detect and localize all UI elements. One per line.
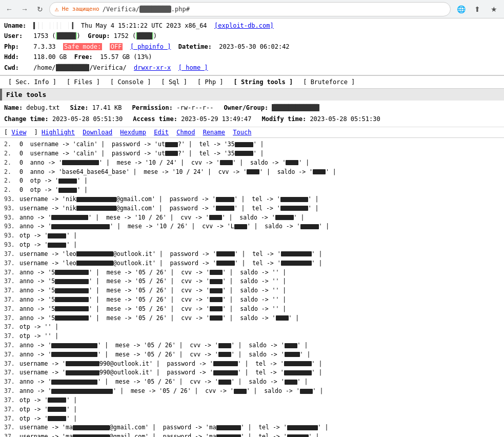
table-row: 37.anno -> '5' | mese -> '05 / 26' | cvv… xyxy=(4,268,500,277)
table-row: 2.0 anno -> '' | mese -> '10 / 24' | cvv… xyxy=(4,158,500,168)
table-row: 2.0 username -> 'calin' | password -> 'u… xyxy=(4,149,500,158)
section-title: File tools xyxy=(6,91,46,98)
table-row: 37.otp -> '' | xyxy=(4,396,500,405)
exploit-link[interactable]: [exploit-db.com] xyxy=(214,22,274,29)
code-display: 2.0 username -> 'calin' | password -> 'u… xyxy=(0,138,504,437)
action-bar: [ View ] Highlight Download Hexdump Edit… xyxy=(0,127,504,138)
table-row: 37.username -> 'ma@gmail.com' | password… xyxy=(4,423,500,432)
back-button[interactable]: ← xyxy=(3,3,15,15)
safe-mode-label: Safe mode: xyxy=(63,43,102,50)
hdd-value: 118.00 GB Free: 15.57 GB (13%) xyxy=(30,52,152,62)
nav-string-tools[interactable]: [ String tools ] xyxy=(229,77,298,87)
safe-mode-value: OFF xyxy=(110,43,123,50)
security-warning-icon: ⚠ xyxy=(55,5,59,13)
table-row: 37.otp -> '' | xyxy=(4,323,500,332)
nav-sec-info[interactable]: [ Sec. Info ] xyxy=(3,77,62,87)
download-link[interactable]: Download xyxy=(83,129,112,136)
table-row: 93.otp -> '' | xyxy=(4,231,500,241)
table-row: 37.username -> 'leo@outlook.it' | passwo… xyxy=(4,259,500,268)
table-row: 37.anno -> '' | mese -> '05 / 26' | cvv … xyxy=(4,341,500,350)
table-row: 93.anno -> '' | mese -> '10 / 26' | cvv … xyxy=(4,222,500,231)
chmod-link[interactable]: Chmod xyxy=(176,129,195,136)
view-link[interactable]: View xyxy=(11,129,26,136)
table-row: 37.username -> 'ma@gmail.com' | password… xyxy=(4,432,500,437)
table-row: 2.0 username -> 'calin' | password -> 'u… xyxy=(4,140,500,149)
table-row: 37.otp -> '' | xyxy=(4,332,500,341)
table-row: 2.0 otp -> '' | xyxy=(4,186,500,195)
browser-toolbar: ← → ↻ ⚠ Не защищено /Verifica/████████.p… xyxy=(0,0,504,18)
share-button[interactable]: ⬆ xyxy=(470,2,485,16)
home-link[interactable]: [ home ] xyxy=(178,64,208,71)
user-highlight: ████ xyxy=(56,32,77,39)
nav-console[interactable]: [ Console ] xyxy=(105,77,156,87)
table-row: 37.anno -> '5' | mese -> '05 / 26' | cvv… xyxy=(4,305,500,314)
nav-sql[interactable]: [ Sql ] xyxy=(156,77,192,87)
table-row: 37.otp -> '' | xyxy=(4,405,500,414)
table-row: 93.username -> 'nik@gmail.com' | passwor… xyxy=(4,195,500,204)
phpinfo-link[interactable]: [ phpinfo ] xyxy=(130,43,171,50)
user-value: 1753 (████) Group: 1752 (███) xyxy=(30,31,157,41)
uname-value: ██████████ Thu May 4 15:21:22 UTC 2023 x… xyxy=(30,21,274,31)
table-row: 37.otp -> '' | xyxy=(4,414,500,424)
table-row: 37.anno -> '5' | mese -> '05 / 26' | cvv… xyxy=(4,277,500,286)
bracket-open: [ xyxy=(4,129,11,136)
user-label: User: xyxy=(4,31,30,41)
uname-label: Uname: xyxy=(4,21,30,31)
touch-link[interactable]: Touch xyxy=(233,129,251,136)
section-header: File tools xyxy=(0,89,504,101)
table-row: 93.anno -> '' | mese -> '10 / 26' | cvv … xyxy=(4,213,500,223)
size-info: Size: 17.41 KB xyxy=(70,103,122,114)
php-value: 7.3.33 Safe mode: OFF [ phpinfo ] Dateti… xyxy=(30,42,290,52)
drwx-link[interactable]: drwxr-xr-x xyxy=(134,64,171,71)
nav-php[interactable]: [ Php ] xyxy=(192,77,229,87)
table-row: 37.anno -> '' | mese -> '05 / 26' | cvv … xyxy=(4,387,500,396)
rename-link[interactable]: Rename xyxy=(203,129,225,136)
table-row: 37.username -> '990@outlook.it' | passwo… xyxy=(4,360,500,369)
system-info: Uname: ██████████ Thu May 4 15:21:22 UTC… xyxy=(0,18,504,75)
security-warning-text: Не защищено xyxy=(62,6,99,12)
forward-button[interactable]: → xyxy=(18,3,31,15)
group-highlight: ███ xyxy=(136,32,153,39)
table-row: 2.0 anno -> 'base64_base64_base' | mese … xyxy=(4,168,500,177)
php-label: Php: xyxy=(4,42,30,52)
table-row: 37.username -> 'leo@outlook.it' | passwo… xyxy=(4,250,500,259)
modify-time: Modify time: 2023-05-28 05:51:30 xyxy=(261,114,380,125)
table-row: 37.anno -> '' | mese -> '05 / 26' | cvv … xyxy=(4,378,500,387)
table-row: 2.0 otp -> '' | xyxy=(4,176,500,186)
table-row: 93.otp -> '' | xyxy=(4,241,500,250)
table-row: 93.username -> 'nik@gmail.com' | passwor… xyxy=(4,204,500,213)
change-time: Change time: 2023-05-28 05:51:30 xyxy=(4,114,123,125)
file-info-panel: Name: debug.txt Size: 17.41 KB Permissio… xyxy=(0,101,504,127)
table-row: 37.anno -> '5' | mese -> '05 / 26' | cvv… xyxy=(4,286,500,295)
url-display: /Verifica/████████.php# xyxy=(103,6,445,13)
table-row: 37.username -> '990@outlook.it' | passwo… xyxy=(4,368,500,378)
sep1: ] xyxy=(34,129,42,136)
reload-button[interactable]: ↻ xyxy=(34,3,46,15)
nav-files[interactable]: [ Files ] xyxy=(62,77,105,87)
cwd-label: Cwd: xyxy=(4,63,30,73)
address-bar[interactable]: ⚠ Не защищено /Verifica/████████.php# xyxy=(49,2,451,16)
highlight-link[interactable]: Highlight xyxy=(42,129,75,136)
name-label: Name: debug.txt xyxy=(4,103,59,114)
table-row: 37.anno -> '5' | mese -> '05 / 26' | cvv… xyxy=(4,314,500,323)
access-time: Access time: 2023-05-29 13:49:47 xyxy=(133,114,251,125)
hdd-label: Hdd: xyxy=(4,52,30,62)
owner-info: Owner/Group: ████████████ xyxy=(224,103,320,114)
table-row: 37.anno -> '5' | mese -> '05 / 26' | cvv… xyxy=(4,295,500,305)
nav-menu: [ Sec. Info ] [ Files ] [ Console ] [ Sq… xyxy=(0,75,504,89)
nav-bruteforce[interactable]: [ Bruteforce ] xyxy=(298,77,360,87)
permission-info: Permission: -rw-r--r-- xyxy=(132,103,214,114)
cwd-value: /home/████████/Verifica/ drwxr-xr-x [ ho… xyxy=(30,63,208,73)
edit-link[interactable]: Edit xyxy=(154,129,169,136)
hexdump-link[interactable]: Hexdump xyxy=(120,129,146,136)
translate-button[interactable]: 🌐 xyxy=(454,2,468,16)
browser-action-buttons: 🌐 ⬆ ★ xyxy=(454,2,501,16)
bookmark-button[interactable]: ★ xyxy=(487,2,501,16)
table-row: 37.anno -> '' | mese -> '05 / 26' | cvv … xyxy=(4,350,500,360)
